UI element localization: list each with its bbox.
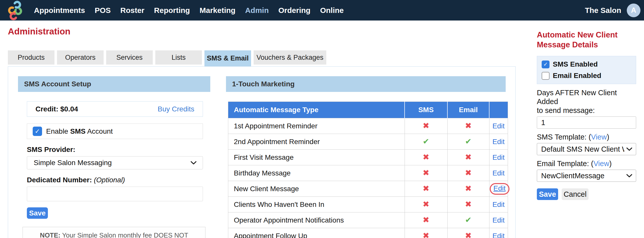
nav-item-online[interactable]: Online: [320, 6, 344, 15]
simple-salon-logo[interactable]: [7, 0, 24, 21]
cross-icon: ✖: [465, 152, 472, 162]
email-status-cell: ✔: [447, 134, 489, 150]
edit-link[interactable]: Edit: [494, 184, 506, 192]
email-template-select[interactable]: NewClientMessage: [537, 170, 636, 182]
avatar[interactable]: A: [627, 4, 640, 17]
one-touch-marketing-section: 1-Touch Marketing Automatic Message Type…: [226, 76, 506, 238]
details-cancel-button[interactable]: Cancel: [562, 188, 589, 200]
table-row: Clients Who Haven't Been In✖✖Edit: [228, 197, 508, 212]
check-icon: ✓: [543, 62, 548, 67]
sms-template-view-link[interactable]: View: [591, 133, 607, 141]
dedicated-number-label: Dedicated Number: (Optional): [27, 176, 210, 184]
nav-item-reporting[interactable]: Reporting: [154, 6, 190, 15]
edit-link[interactable]: Edit: [493, 138, 505, 146]
cross-icon: ✖: [423, 152, 429, 162]
nav-item-ordering[interactable]: Ordering: [278, 6, 311, 15]
tab-products[interactable]: Products: [8, 50, 54, 65]
days-after-input[interactable]: [537, 116, 636, 129]
details-actions: Save Cancel: [537, 188, 636, 200]
message-type-cell: First Visit Message: [228, 150, 405, 165]
edit-link[interactable]: Edit: [493, 201, 505, 208]
chevron-down-icon: [626, 174, 632, 177]
table-row: 2nd Appointment Reminder✔✔Edit: [228, 134, 508, 150]
nav-item-marketing[interactable]: Marketing: [200, 6, 236, 15]
action-cell: Edit: [489, 212, 508, 228]
action-cell: Edit: [489, 165, 508, 181]
edit-link[interactable]: Edit: [493, 216, 505, 224]
cross-icon: ✖: [423, 184, 429, 193]
nav-menu: AppointmentsPOSRosterReportingMarketingA…: [34, 6, 344, 15]
table-row: Operator Appointment Notifications✖✔Edit: [228, 212, 508, 228]
sms-setup-save-button[interactable]: Save: [27, 207, 48, 219]
email-template-view-link[interactable]: View: [594, 160, 609, 168]
nav-right: The Salon A: [585, 4, 640, 17]
cross-icon: ✖: [423, 168, 429, 177]
nav-item-appointments[interactable]: Appointments: [34, 6, 85, 15]
enable-sms-box: ✓ Enable SMS Account: [27, 124, 203, 139]
action-cell: Edit: [489, 197, 508, 212]
sms-status-cell: ✖: [405, 165, 447, 181]
tab-vouchers-packages[interactable]: Vouchers & Packages: [254, 50, 326, 65]
chevron-down-icon: [626, 147, 632, 151]
edit-link[interactable]: Edit: [493, 232, 505, 238]
simple-salon-logo-icon: [7, 0, 24, 21]
details-heading: Automatic New Client Message Details: [537, 30, 636, 50]
sms-status-cell: ✖: [405, 212, 447, 228]
tab-services[interactable]: Services: [106, 50, 153, 65]
email-enabled-checkbox[interactable]: [542, 72, 550, 80]
sms-provider-select[interactable]: Simple Salon Messaging: [27, 156, 203, 169]
nav-item-admin[interactable]: Admin: [245, 6, 269, 15]
marketing-table: Automatic Message TypeSMSEmail 1st Appoi…: [228, 102, 508, 238]
sms-status-cell: ✖: [405, 228, 447, 238]
cross-icon: ✖: [423, 231, 429, 238]
sms-template-label: SMS Template: (View): [537, 133, 636, 141]
cross-icon: ✖: [465, 184, 472, 193]
action-cell: Edit: [489, 181, 508, 197]
sms-template-value: Default SMS New Client Welc: [541, 145, 624, 153]
edit-link[interactable]: Edit: [493, 122, 505, 130]
message-type-cell: 1st Appointment Reminder: [228, 118, 405, 134]
details-save-button[interactable]: Save: [537, 188, 558, 200]
sms-enabled-checkbox[interactable]: ✓: [542, 61, 550, 68]
check-icon: ✔: [423, 137, 429, 146]
email-status-cell: ✖: [447, 150, 489, 165]
email-enabled-row: Email Enabled: [542, 72, 631, 80]
email-status-cell: ✔: [447, 212, 489, 228]
top-nav: AppointmentsPOSRosterReportingMarketingA…: [0, 0, 644, 21]
message-type-cell: Operator Appointment Notifications: [228, 212, 405, 228]
email-status-cell: ✖: [447, 118, 489, 134]
sms-status-cell: ✖: [405, 181, 447, 197]
message-type-cell: New Client Message: [228, 181, 405, 197]
edit-link[interactable]: Edit: [493, 153, 505, 161]
sms-status-cell: ✖: [405, 118, 447, 134]
email-template-value: NewClientMessage: [541, 172, 604, 180]
edit-link[interactable]: Edit: [493, 169, 505, 177]
tab-bar: ProductsOperatorsServicesListsSMS & Emai…: [8, 50, 326, 66]
sms-enabled-label: SMS Enabled: [553, 60, 598, 68]
sms-provider-label: SMS Provider:: [27, 146, 210, 154]
enable-sms-checkbox[interactable]: ✓: [33, 127, 42, 136]
dedicated-number-input[interactable]: [27, 187, 203, 201]
table-row: New Client Message✖✖Edit: [228, 181, 508, 197]
cross-icon: ✖: [465, 121, 472, 130]
sms-enabled-row: ✓ SMS Enabled: [542, 60, 631, 68]
col-header-automatic-message-type: Automatic Message Type: [228, 102, 405, 118]
tab-lists[interactable]: Lists: [155, 50, 202, 65]
tab-sms-email[interactable]: SMS & Email: [204, 50, 251, 66]
cross-icon: ✖: [423, 200, 429, 209]
sms-account-setup-header: SMS Account Setup: [18, 76, 210, 92]
chevron-down-icon: [191, 161, 197, 165]
page-title: Administration: [8, 26, 70, 36]
cross-icon: ✖: [423, 121, 429, 130]
buy-credits-link[interactable]: Buy Credits: [158, 105, 194, 113]
sms-status-cell: ✔: [405, 134, 447, 150]
message-type-cell: Birthday Message: [228, 165, 405, 181]
table-row: Appointment Follow Up✖✖Edit: [228, 228, 508, 238]
nav-item-roster[interactable]: Roster: [120, 6, 144, 15]
email-status-cell: ✖: [447, 165, 489, 181]
cross-icon: ✖: [465, 200, 472, 209]
highlight-ring: Edit: [490, 183, 509, 195]
tab-operators[interactable]: Operators: [57, 50, 104, 65]
nav-item-pos[interactable]: POS: [95, 6, 111, 15]
sms-template-select[interactable]: Default SMS New Client Welc: [537, 143, 636, 155]
